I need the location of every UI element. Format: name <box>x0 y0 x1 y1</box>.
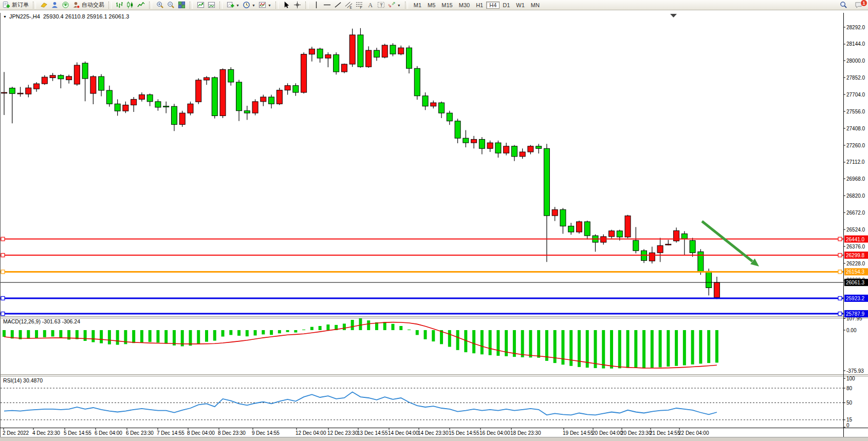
line-chart-button[interactable] <box>136 1 146 9</box>
svg-text:25923.2: 25923.2 <box>846 296 865 301</box>
rsi-indicator-label: RSI(14) 30.4870 <box>3 377 43 384</box>
channel-icon: E <box>345 1 353 9</box>
ind-list-icon <box>197 1 205 9</box>
svg-text:13 Dec 14:55: 13 Dec 14:55 <box>357 430 388 436</box>
svg-text:12 Dec 23:30: 12 Dec 23:30 <box>327 430 358 436</box>
chevron-down-icon[interactable]: ▼ <box>236 4 239 7</box>
toolbar-group-zoom <box>154 0 188 10</box>
toolbar-separator <box>108 2 112 9</box>
svg-text:0: 0 <box>846 423 849 428</box>
svg-text:26968.0: 26968.0 <box>846 176 865 182</box>
toolbar-separator <box>305 2 308 9</box>
notifications-button[interactable]: 1 <box>853 1 864 9</box>
vline-icon <box>312 1 320 9</box>
price-badge-25787.9: 25787.9 <box>844 310 868 317</box>
periods-button[interactable]: ▼ <box>241 1 257 9</box>
toolbar-group-arrange <box>194 0 218 10</box>
timeframe-h4-button[interactable]: H4 <box>486 2 500 9</box>
svg-text:2 Dec 2022: 2 Dec 2022 <box>3 430 29 436</box>
svg-text:9 Dec 14:55: 9 Dec 14:55 <box>252 430 280 436</box>
community-button[interactable] <box>49 1 60 9</box>
search-button[interactable] <box>838 1 849 9</box>
timeframe-d1-button[interactable]: D1 <box>500 2 513 9</box>
timeframe-m30-button[interactable]: M30 <box>456 2 473 9</box>
signals-button[interactable] <box>60 1 71 9</box>
svg-text:6 Dec 04:00: 6 Dec 04:00 <box>95 430 122 436</box>
shapes-icon: ⇘⇗ <box>388 1 396 9</box>
crosshair-icon <box>293 1 301 9</box>
fibonacci-button[interactable]: F <box>354 1 365 9</box>
chevron-down-icon[interactable]: ▼ <box>3 15 7 18</box>
cursor-button[interactable] <box>281 1 292 9</box>
chevron-down-icon[interactable]: ▼ <box>268 4 271 7</box>
toolbar-separator <box>275 2 279 9</box>
svg-text:100: 100 <box>846 376 855 381</box>
svg-text:26061.3: 26061.3 <box>846 280 865 285</box>
svg-text:28292.0: 28292.0 <box>846 25 865 30</box>
svg-text:26376.0: 26376.0 <box>846 244 865 250</box>
chart-line-icon <box>137 1 145 9</box>
chart-canvas[interactable]: 107.950.00-375.93100805015028292.028144.… <box>0 0 868 441</box>
svg-text:22 Dec 04:00: 22 Dec 04:00 <box>678 430 709 436</box>
robot-icon <box>72 1 80 9</box>
clock-icon <box>243 1 250 9</box>
svg-text:16 Dec 04:00: 16 Dec 04:00 <box>479 430 510 436</box>
chevron-down-icon[interactable]: ▼ <box>252 4 255 7</box>
zoom-in-button[interactable] <box>155 1 165 9</box>
svg-text:27556.0: 27556.0 <box>846 109 865 114</box>
toolbar-group-trade: 新订单 <box>0 0 31 10</box>
arrows-button[interactable]: ⇘⇗▼ <box>386 1 402 9</box>
toolbar-group-timeframes: M1M5M15M30H1H4D1W1MN <box>410 0 544 10</box>
trendline-button[interactable] <box>333 1 343 9</box>
svg-text:27260.0: 27260.0 <box>846 143 865 148</box>
svg-text:F: F <box>360 6 362 9</box>
svg-text:19 Dec 14:55: 19 Dec 14:55 <box>563 430 594 436</box>
indicator-window-button[interactable] <box>206 1 217 9</box>
svg-text:27852.0: 27852.0 <box>846 75 865 81</box>
toolbar-group-pointer <box>280 0 304 10</box>
tiles-icon <box>178 1 186 9</box>
svg-text:8 Dec 04:00: 8 Dec 04:00 <box>187 430 215 436</box>
text-button[interactable]: A <box>365 1 376 9</box>
crosshair-button[interactable] <box>292 1 303 9</box>
svg-text:14 Dec 04:00: 14 Dec 04:00 <box>388 430 419 436</box>
timeframe-mn-button[interactable]: MN <box>528 2 543 9</box>
svg-text:8 Dec 23:30: 8 Dec 23:30 <box>218 430 246 436</box>
indicator-list-button[interactable] <box>195 1 206 9</box>
chevron-down-icon[interactable]: ▼ <box>397 4 401 7</box>
tile-windows-button[interactable] <box>176 1 187 9</box>
svg-text:20 Dec 04:00: 20 Dec 04:00 <box>592 430 623 436</box>
svg-text:26441.0: 26441.0 <box>846 237 865 242</box>
main-toolbar: 新订单自动交易▼▼▼EFAT⇘⇗▼M1M5M15M30H1H4D1W1MN <box>0 0 868 10</box>
vertical-line-button[interactable] <box>311 1 322 9</box>
svg-text:80: 80 <box>846 386 853 391</box>
auto-trading-button[interactable]: 自动交易 <box>71 1 106 9</box>
chart-bars-icon <box>116 1 123 9</box>
horizontal-line-button[interactable] <box>322 1 333 9</box>
search-icon <box>840 1 847 9</box>
timeframe-m1-button[interactable]: M1 <box>411 2 424 9</box>
market-button[interactable] <box>39 1 49 9</box>
hline-icon <box>323 1 331 9</box>
timeframe-m5-button[interactable]: M5 <box>424 2 438 9</box>
trendline-icon <box>334 1 342 9</box>
svg-text:4 Dec 23:30: 4 Dec 23:30 <box>32 430 60 436</box>
candle-chart-button[interactable] <box>125 1 136 9</box>
zoom-out-button[interactable] <box>165 1 176 9</box>
timeframe-h1-button[interactable]: H1 <box>473 2 486 9</box>
price-badge-26441.0: 26441.0 <box>844 236 868 243</box>
templates-button[interactable]: ▼ <box>257 1 273 9</box>
bar-chart-button[interactable] <box>114 1 125 9</box>
text-label-button[interactable]: T <box>376 1 386 9</box>
svg-text:7 Dec 14:55: 7 Dec 14:55 <box>157 430 184 436</box>
equidistant-channel-button[interactable]: E <box>343 1 354 9</box>
timeframe-m15-button[interactable]: M15 <box>438 2 455 9</box>
timeframe-w1-button[interactable]: W1 <box>513 2 528 9</box>
svg-text:20 Dec 23:30: 20 Dec 23:30 <box>621 430 652 436</box>
mt4-terminal: 107.950.00-375.93100805015028292.028144.… <box>0 0 868 441</box>
svg-text:26672.0: 26672.0 <box>846 210 865 216</box>
add-indicator-button[interactable]: ▼ <box>225 1 241 9</box>
new-order-button[interactable]: 新订单 <box>1 1 30 9</box>
svg-text:28144.0: 28144.0 <box>846 41 865 47</box>
svg-text:E: E <box>349 6 352 9</box>
